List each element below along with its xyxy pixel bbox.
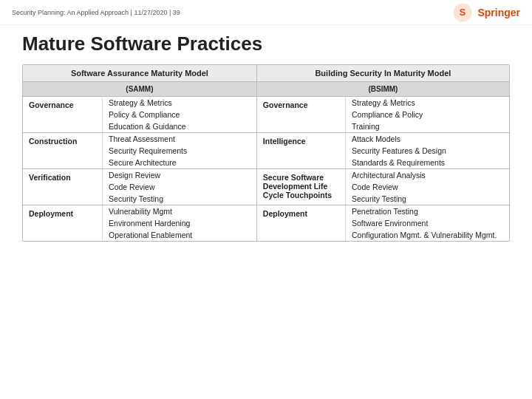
springer-text: Springer [477,7,520,18]
svg-text:S: S [460,7,466,18]
right-item: Security Testing [346,193,509,205]
right-item: Security Features & Design [346,145,509,157]
main-content: Mature Software Practices Software Assur… [0,25,532,249]
table-row: ConstructionThreat AssessmentIntelligenc… [23,133,509,146]
right-item: Code Review [346,181,509,193]
left-section-label: Governance [23,97,103,133]
right-item: Penetration Testing [346,205,509,218]
left-item: Education & Guidance [103,120,257,133]
maturity-table: Software Assurance Maturity Model Buildi… [22,64,510,242]
right-item: Compliance & Policy [346,109,509,120]
page-title: Mature Software Practices [22,33,510,55]
table-row: VerificationDesign ReviewSecure Software… [23,169,509,182]
right-group-header: Building Security In Maturity Model [256,65,509,82]
right-item: Strategy & Metrics [346,97,509,109]
right-subheader: (BSIMM) [256,82,509,97]
right-section-label: Governance [256,97,345,133]
left-item: Design Review [103,169,257,182]
left-item: Vulnerability Mgmt [103,205,257,218]
left-item: Code Review [103,181,257,193]
left-section-label: Verification [23,169,103,205]
springer-icon: S [452,2,473,23]
header-title: Security Planning: An Applied Approach |… [12,9,180,16]
left-item: Policy & Compliance [103,109,257,120]
right-section-label: Secure Software Development Life Cycle T… [256,169,345,205]
left-item: Secure Architecture [103,157,257,169]
table-row: GovernanceStrategy & MetricsGovernanceSt… [23,97,509,109]
left-section-label: Construction [23,133,103,169]
right-section-label: Deployment [256,205,345,242]
left-item: Security Testing [103,193,257,205]
header: Security Planning: An Applied Approach |… [0,0,532,25]
right-section-label: Intelligence [256,133,345,169]
subheader-row: (SAMM) (BSIMM) [23,82,509,97]
left-subheader: (SAMM) [23,82,256,97]
table-row: DeploymentVulnerability MgmtDeploymentPe… [23,205,509,218]
left-item: Strategy & Metrics [103,97,257,109]
right-item: Standards & Requirements [346,157,509,169]
group-header-row: Software Assurance Maturity Model Buildi… [23,65,509,82]
left-item: Security Requirements [103,145,257,157]
left-item: Environment Hardening [103,217,257,229]
left-item: Operational Enablement [103,229,257,241]
springer-logo: S Springer [452,2,520,23]
left-section-label: Deployment [23,205,103,242]
right-item: Training [346,120,509,133]
left-group-header: Software Assurance Maturity Model [23,65,256,82]
right-item: Attack Models [346,133,509,146]
left-item: Threat Assessment [103,133,257,146]
right-item: Configuration Mgmt. & Vulnerability Mgmt… [346,229,509,241]
right-item: Architectural Analysis [346,169,509,182]
right-item: Software Environment [346,217,509,229]
